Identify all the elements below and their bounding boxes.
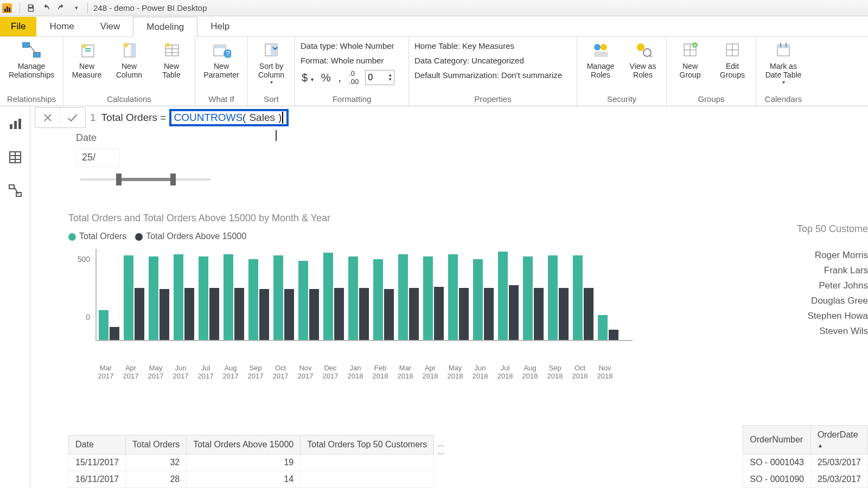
range-handle-end[interactable] bbox=[170, 174, 176, 185]
sort-by-column-button[interactable]: Sort by Column ▾ bbox=[252, 39, 290, 85]
list-item[interactable]: Peter Johns bbox=[781, 278, 868, 293]
bar-above-15000[interactable] bbox=[484, 288, 494, 340]
bar-above-15000[interactable] bbox=[259, 289, 269, 340]
thousands-button[interactable]: , bbox=[337, 72, 342, 84]
list-item[interactable]: Douglas Gree bbox=[781, 293, 868, 309]
bar-group[interactable] bbox=[124, 255, 144, 340]
bar-total-orders[interactable] bbox=[199, 256, 208, 340]
bar-group[interactable] bbox=[573, 255, 593, 340]
tab-home[interactable]: Home bbox=[36, 17, 87, 36]
table-row[interactable]: SO - 0001043 25/03/2017 bbox=[743, 454, 868, 471]
bar-group[interactable] bbox=[323, 253, 344, 340]
bar-total-orders[interactable] bbox=[398, 254, 408, 340]
bar-above-15000[interactable] bbox=[509, 285, 519, 340]
model-view-button[interactable] bbox=[8, 183, 23, 198]
bar-above-15000[interactable] bbox=[209, 288, 219, 340]
bar-group[interactable] bbox=[174, 254, 194, 340]
tab-file[interactable]: File bbox=[0, 17, 36, 36]
col-date[interactable]: Date bbox=[69, 435, 126, 454]
bar-above-15000[interactable] bbox=[559, 288, 569, 340]
bar-above-15000[interactable] bbox=[184, 288, 194, 340]
bar-above-15000[interactable] bbox=[334, 288, 344, 340]
bar-total-orders[interactable] bbox=[523, 256, 533, 340]
bar-group[interactable] bbox=[398, 254, 419, 340]
bar-total-orders[interactable] bbox=[248, 259, 258, 340]
col-total-orders[interactable]: Total Orders bbox=[126, 435, 187, 454]
bar-above-15000[interactable] bbox=[159, 289, 169, 340]
bar-group[interactable] bbox=[149, 256, 169, 340]
col-above-15000[interactable]: Total Orders Above 15000 bbox=[187, 435, 301, 454]
bar-total-orders[interactable] bbox=[573, 255, 583, 340]
report-view-button[interactable] bbox=[8, 116, 23, 131]
bar-group[interactable] bbox=[448, 254, 469, 340]
bar-group[interactable] bbox=[423, 256, 444, 340]
bar-total-orders[interactable] bbox=[348, 256, 358, 340]
view-as-roles-button[interactable]: View as Roles bbox=[624, 39, 662, 79]
new-parameter-button[interactable]: ? New Parameter bbox=[200, 39, 243, 79]
bar-above-15000[interactable] bbox=[110, 327, 119, 340]
col-top50[interactable]: Total Orders Top 50 Customers bbox=[301, 435, 434, 454]
bar-chart[interactable]: 500 0 Mar2017Apr2017May2017Jun2017Jul201… bbox=[68, 249, 633, 357]
bar-group[interactable] bbox=[548, 255, 569, 340]
percent-button[interactable]: % bbox=[320, 72, 332, 84]
bar-group[interactable] bbox=[248, 259, 269, 340]
bar-above-15000[interactable] bbox=[434, 287, 444, 340]
table-row[interactable]: 16/11/2017 28 14 bbox=[69, 471, 434, 488]
bar-above-15000[interactable] bbox=[284, 289, 294, 340]
new-group-button[interactable]: + New Group bbox=[671, 39, 709, 79]
bar-total-orders[interactable] bbox=[473, 259, 483, 340]
col-order-number[interactable]: OrderNumber bbox=[743, 426, 811, 454]
bar-total-orders[interactable] bbox=[174, 254, 183, 340]
data-type-dropdown[interactable]: Data type: Whole Number bbox=[299, 39, 404, 53]
qat-customize-button[interactable]: ▾ bbox=[69, 1, 84, 15]
decimal-places-input[interactable]: ▲▼ bbox=[365, 70, 394, 85]
tab-help[interactable]: Help bbox=[197, 17, 242, 36]
undo-button[interactable] bbox=[39, 1, 53, 15]
bar-group[interactable] bbox=[273, 255, 294, 340]
top-customers-visual[interactable]: Top 50 Custome Roger MorrisFrank LarsPet… bbox=[781, 223, 868, 339]
bar-group[interactable] bbox=[298, 261, 319, 340]
spin-down[interactable]: ▼ bbox=[388, 78, 392, 82]
bar-group[interactable] bbox=[224, 254, 244, 340]
order-number-table[interactable]: OrderNumber OrderDate▲ SO - 0001043 25/0… bbox=[743, 425, 868, 488]
manage-relationships-button[interactable]: Manage Relationships bbox=[4, 39, 59, 79]
bar-total-orders[interactable] bbox=[548, 255, 558, 340]
bar-total-orders[interactable] bbox=[598, 315, 608, 340]
bar-total-orders[interactable] bbox=[373, 259, 383, 340]
save-button[interactable] bbox=[24, 1, 38, 15]
bar-group[interactable] bbox=[373, 259, 394, 340]
bar-total-orders[interactable] bbox=[423, 256, 433, 340]
table-row[interactable]: SO - 0001090 25/03/2017 bbox=[743, 471, 868, 488]
slicer-range[interactable] bbox=[80, 177, 210, 182]
bar-above-15000[interactable] bbox=[409, 288, 419, 340]
bar-total-orders[interactable] bbox=[224, 254, 233, 340]
slicer-value[interactable]: 25/ bbox=[76, 148, 119, 167]
bar-total-orders[interactable] bbox=[498, 252, 508, 340]
bar-group[interactable] bbox=[99, 310, 119, 340]
home-table-dropdown[interactable]: Home Table: Key Measures bbox=[413, 39, 572, 53]
list-item[interactable]: Frank Lars bbox=[781, 263, 868, 278]
tab-view[interactable]: View bbox=[87, 17, 133, 36]
bar-group[interactable] bbox=[473, 259, 494, 340]
redo-button[interactable] bbox=[54, 1, 68, 15]
orders-table[interactable]: Date Total Orders Total Orders Above 150… bbox=[68, 435, 434, 488]
summarization-dropdown[interactable]: Default Summarization: Don't summarize bbox=[413, 68, 572, 82]
list-item[interactable]: Steven Wils bbox=[781, 324, 868, 339]
table-row[interactable]: 15/11/2017 32 19 bbox=[69, 454, 434, 471]
bar-group[interactable] bbox=[523, 256, 544, 340]
bar-above-15000[interactable] bbox=[359, 288, 369, 340]
formula-commit-button[interactable] bbox=[60, 108, 85, 127]
data-view-button[interactable] bbox=[8, 150, 23, 165]
new-column-button[interactable]: New Column bbox=[110, 39, 148, 79]
list-item[interactable]: Stephen Howa bbox=[781, 309, 868, 324]
bar-total-orders[interactable] bbox=[448, 254, 458, 340]
col-order-date[interactable]: OrderDate▲ bbox=[810, 426, 867, 454]
scroll-indicator-icon[interactable]: ︿﹀ bbox=[437, 440, 445, 460]
bar-group[interactable] bbox=[498, 252, 519, 340]
date-slicer[interactable]: Date 25/ bbox=[76, 132, 868, 182]
bar-group[interactable] bbox=[199, 256, 219, 340]
bar-total-orders[interactable] bbox=[99, 310, 108, 340]
formula-input[interactable]: 1 Total Orders = COUNTROWS( Sales ) bbox=[90, 109, 289, 126]
bar-total-orders[interactable] bbox=[273, 255, 283, 340]
bar-above-15000[interactable] bbox=[234, 288, 244, 340]
